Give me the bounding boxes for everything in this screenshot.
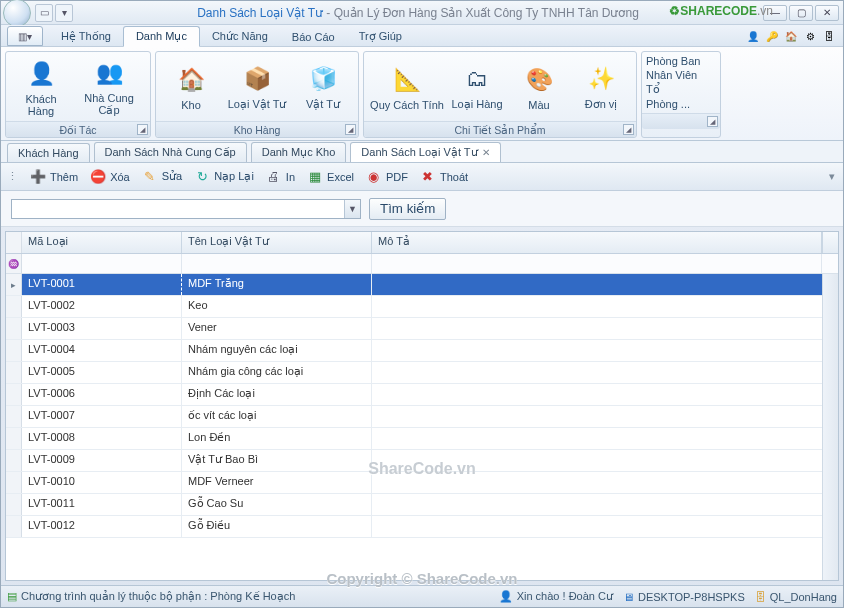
dialog-launcher-icon[interactable]: ◢ [345,124,356,135]
table-row[interactable]: LVT-0008Lon Đền [6,428,838,450]
row-indicator [6,318,22,339]
ribbon-group-kho-hang: 🏠 Kho 📦 Loại Vật Tư 🧊 Vật Tư Kho Hàng◢ [155,51,359,138]
tbtn-print[interactable]: 🖨In [266,169,295,185]
menu-bao-cao[interactable]: Báo Cáo [280,28,347,46]
table-row[interactable]: LVT-0002Keo [6,296,838,318]
col-mo-ta[interactable]: Mô Tả [372,232,822,253]
cell: LVT-0001 [22,274,182,295]
table-row[interactable]: LVT-0012Gỗ Điều [6,516,838,538]
mini-gear-icon[interactable]: ⚙ [802,28,818,44]
rlink-phong-ban[interactable]: Phòng Ban [646,54,712,68]
rlink-nhan-vien[interactable]: Nhân Viên [646,68,712,82]
app-orb[interactable] [3,0,31,27]
tab-nha-cung-cap[interactable]: Danh Sách Nhà Cung Cấp [94,142,247,162]
rbtn-vat-tu[interactable]: 🧊 Vật Tư [292,60,354,113]
menu-danh-muc[interactable]: Danh Mục [123,26,200,47]
table-row[interactable]: LVT-0003Vener [6,318,838,340]
toolbar-overflow-icon[interactable]: ▾ [829,170,835,183]
mini-user-icon[interactable]: 👤 [745,28,761,44]
tbtn-excel[interactable]: ▦Excel [307,169,354,185]
mini-key-icon[interactable]: 🔑 [764,28,780,44]
menu-tro-giup[interactable]: Trợ Giúp [347,27,414,46]
rbtn-don-vi[interactable]: ✨ Đơn vị [570,60,632,113]
search-button[interactable]: Tìm kiếm [369,198,446,220]
cell: Vener [182,318,372,339]
dialog-launcher-icon[interactable]: ◢ [137,124,148,135]
title-sub: Quản Lý Đơn Hàng Sản Xuất Công Ty TNHH T… [334,6,639,20]
col-ten-loai[interactable]: Tên Loại Vật Tư [182,232,372,253]
grid-body[interactable]: ▸LVT-0001MDF TrắngLVT-0002KeoLVT-0003Ven… [6,274,838,580]
cell: LVT-0007 [22,406,182,427]
table-row[interactable]: ▸LVT-0001MDF Trắng [6,274,838,296]
table-row[interactable]: LVT-0007ốc vít các loại [6,406,838,428]
status-bar: ▤ Chương trình quản lý thuộc bộ phận : P… [1,585,843,607]
tbtn-delete[interactable]: ⛔Xóa [90,169,130,185]
row-indicator [6,296,22,317]
cell [372,340,838,361]
menu-chuc-nang[interactable]: Chức Năng [200,27,280,46]
row-indicator [6,340,22,361]
tbtn-exit[interactable]: ✖Thoát [420,169,468,185]
color-icon: 🎨 [522,63,556,97]
cell: Lon Đền [182,428,372,449]
cell [372,516,838,537]
rbtn-nha-cung-cap[interactable]: 👥 Nhà Cung Cấp [72,54,146,119]
dialog-launcher-icon[interactable]: ◢ [623,124,634,135]
title-main: Danh Sách Loại Vật Tư [197,6,323,20]
qa-btn-1[interactable]: ▭ [35,4,53,22]
cell: LVT-0010 [22,472,182,493]
tab-khach-hang[interactable]: Khách Hàng [7,143,90,162]
row-indicator: ▸ [6,274,22,295]
tbtn-reload[interactable]: ↻Nạp Lại [194,169,254,185]
mini-db-icon[interactable]: 🗄 [821,28,837,44]
edit-icon: ✎ [142,169,158,185]
maximize-button[interactable]: ▢ [789,5,813,21]
table-row[interactable]: LVT-0010MDF Verneer [6,472,838,494]
rbtn-quy-cach-tinh[interactable]: 📐 Quy Cách Tính [368,61,446,113]
table-row[interactable]: LVT-0009Vật Tư Bao Bì [6,450,838,472]
cell: Vật Tư Bao Bì [182,450,372,471]
tab-loai-vat-tu[interactable]: Danh Sách Loại Vật Tư ✕ [350,142,500,162]
rbtn-mau[interactable]: 🎨 Màu [508,61,570,113]
table-row[interactable]: LVT-0011Gỗ Cao Su [6,494,838,516]
data-grid: Mã Loại Tên Loại Vật Tư Mô Tả ♒ ▸LVT-000… [5,231,839,581]
titlebar: ▭ ▾ Danh Sách Loại Vật Tư - Quản Lý Đơn … [1,1,843,25]
quick-access: ▭ ▾ [5,4,73,22]
grid-toolbar: ⋮ ➕Thêm ⛔Xóa ✎Sửa ↻Nạp Lại 🖨In ▦Excel ◉P… [1,163,843,191]
rbtn-khach-hang[interactable]: 👤 Khách Hàng [10,55,72,119]
close-tab-icon[interactable]: ✕ [482,147,490,158]
excel-icon: ▦ [307,169,323,185]
status-user: Xin chào ! Đoàn Cư [517,590,613,603]
tab-danh-muc-kho[interactable]: Danh Mục Kho [251,142,347,162]
print-icon: 🖨 [266,169,282,185]
filter-icon[interactable]: ♒ [6,254,22,273]
rbtn-loai-vat-tu[interactable]: 📦 Loại Vật Tư [222,60,292,113]
table-row[interactable]: LVT-0006Định Các loại [6,384,838,406]
qa-dropdown[interactable]: ▾ [55,4,73,22]
table-row[interactable]: LVT-0005Nhám gia công các loại [6,362,838,384]
vertical-scrollbar[interactable] [822,274,838,580]
app-menu-button[interactable]: ▥▾ [7,26,43,46]
menu-he-thong[interactable]: Hệ Thống [49,27,123,46]
cell: LVT-0012 [22,516,182,537]
tbtn-edit[interactable]: ✎Sửa [142,169,182,185]
rlink-to[interactable]: Tổ [646,82,712,97]
cell: LVT-0011 [22,494,182,515]
dialog-launcher-icon[interactable]: ◢ [707,116,718,127]
close-button[interactable]: ✕ [815,5,839,21]
tbtn-pdf[interactable]: ◉PDF [366,169,408,185]
search-combo[interactable]: ▼ [11,199,361,219]
rlink-phong[interactable]: Phòng ... [646,97,712,111]
col-ma-loai[interactable]: Mã Loại [22,232,182,253]
user-icon: 👤 [499,590,513,603]
cell: Nhám gia công các loại [182,362,372,383]
chevron-down-icon[interactable]: ▼ [344,200,360,218]
table-row[interactable]: LVT-0004Nhám nguyên các loại [6,340,838,362]
rbtn-loai-hang[interactable]: 🗂 Loại Hàng [446,60,508,113]
status-left: Chương trình quản lý thuộc bộ phận : Phò… [21,590,295,603]
status-host: DESKTOP-P8HSPKS [638,591,745,603]
rbtn-kho[interactable]: 🏠 Kho [160,61,222,113]
tbtn-add[interactable]: ➕Thêm [30,169,78,185]
search-input[interactable] [12,200,344,218]
mini-home-icon[interactable]: 🏠 [783,28,799,44]
